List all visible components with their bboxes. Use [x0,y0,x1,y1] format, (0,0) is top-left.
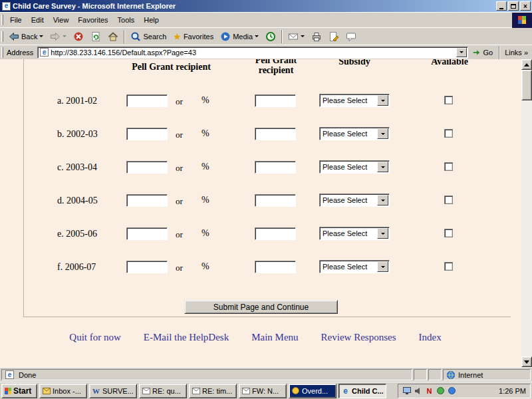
dropdown-arrow-button[interactable] [377,162,388,172]
links-label: Links [505,49,522,57]
row-label: b. 2002-03 [57,129,100,140]
favorites-label: Favorites [184,33,213,41]
back-button[interactable]: Back [5,29,47,45]
scroll-up-button[interactable] [521,59,532,70]
available-checkbox-f[interactable] [444,262,453,271]
taskbar-button-inbox[interactable]: Inbox -... [39,384,87,398]
available-checkbox-a[interactable] [444,96,453,104]
go-button[interactable]: Go [468,46,497,59]
pell-number-input-f[interactable] [255,261,296,273]
row-label: d. 2004-05 [57,196,100,206]
start-button[interactable]: Start [1,384,37,398]
pell-percent-input-c[interactable] [126,161,168,174]
form-rows: a. 2001-02 or % Please Select b. 2002-03… [0,84,511,284]
available-checkbox-d[interactable] [444,196,453,204]
submit-button[interactable]: Submit Page and Continue [184,300,338,314]
pell-percent-input-d[interactable] [126,194,168,207]
scroll-down-button[interactable] [521,356,532,367]
vertical-scrollbar[interactable] [521,59,532,367]
index-link[interactable]: Index [418,332,441,343]
review-responses-link[interactable]: Review Responses [321,332,396,343]
pell-percent-input-b[interactable] [126,128,168,140]
pell-number-input-d[interactable] [255,194,296,207]
taskbar-clock[interactable]: 1:26 PM [499,387,526,395]
status-panel-blank [428,369,442,380]
menu-edit[interactable]: Edit [27,13,49,27]
close-button[interactable]: × [520,1,531,11]
forward-button[interactable] [47,29,70,45]
addressbar: Address e http://38.233.146.156/Default.… [0,45,532,59]
back-arrow-icon [9,31,19,42]
stop-button[interactable] [70,29,87,45]
pell-number-input-a[interactable] [255,94,296,107]
scrollbar-thumb[interactable] [521,70,532,100]
menu-tools[interactable]: Tools [113,13,140,27]
taskbar-button-email-2[interactable]: RE: tim... [189,384,237,398]
or-label: or [176,229,183,240]
pell-number-input-c[interactable] [255,161,296,174]
pell-number-input-e[interactable] [255,227,296,240]
address-dropdown-button[interactable] [456,48,467,57]
addressbar-grip[interactable] [1,47,3,58]
menu-file[interactable]: File [5,13,27,27]
edit-button[interactable] [325,29,342,45]
subsidy-select-a[interactable]: Please Select [319,94,390,107]
pell-percent-input-a[interactable] [126,94,168,107]
search-icon [130,31,141,42]
home-button[interactable] [104,29,122,45]
taskbar-button-email-3[interactable]: FW: N... [239,384,287,398]
subsidy-select-b[interactable]: Please Select [319,127,390,140]
dropdown-arrow-button[interactable] [377,228,388,239]
address-input[interactable]: e http://38.233.146.156/Default.aspx?Pag… [37,47,467,59]
network-tray-icon[interactable] [448,386,456,395]
menu-favorites[interactable]: Favorites [73,13,112,27]
toolbar-grip[interactable] [1,31,3,42]
pell-percent-input-e[interactable] [126,227,168,240]
mail-button[interactable] [285,29,308,45]
window-title: Child Care Survey - Microsoft Internet E… [13,2,176,10]
subsidy-select-c[interactable]: Please Select [319,160,390,174]
pell-number-input-b[interactable] [255,128,296,140]
display-tray-icon[interactable] [402,386,411,395]
taskbar-button-overdue-flashing[interactable]: Overd... [289,384,336,398]
available-checkbox-c[interactable] [444,162,453,171]
dropdown-arrow-button[interactable] [377,128,388,139]
taskbar-button-child-care-survey-active[interactable]: e Child C... [338,384,386,398]
liveupdate-tray-icon[interactable] [436,386,445,395]
menubar: File Edit View Favorites Tools Help [0,12,532,27]
helpdesk-link[interactable]: E-Mail the HelpDesk [144,332,229,343]
main-menu-link[interactable]: Main Menu [251,332,298,343]
taskbar-button-email-1[interactable]: RE: qu... [139,384,187,398]
subsidy-select-e[interactable]: Please Select [319,227,390,240]
forward-arrow-icon [50,31,61,42]
pell-percent-input-f[interactable] [126,261,168,273]
or-label: or [176,196,183,207]
available-checkbox-b[interactable] [444,129,453,138]
media-button[interactable]: Media [217,29,262,45]
refresh-button[interactable] [87,29,104,45]
restore-button[interactable] [508,1,519,11]
column-header-subsidy: Subsidy [319,59,390,66]
subsidy-select-f[interactable]: Please Select [319,260,390,273]
menubar-grip[interactable] [1,15,3,25]
favorites-star-icon: ★ [173,32,182,41]
minimize-button[interactable] [496,1,507,11]
favorites-button[interactable]: ★ Favorites [170,29,217,45]
dropdown-arrow-button[interactable] [377,95,388,106]
taskbar-button-word-doc[interactable]: W SURVE... [89,384,137,398]
subsidy-select-d[interactable]: Please Select [319,194,390,207]
available-checkbox-e[interactable] [444,229,453,237]
volume-tray-icon[interactable] [414,386,422,395]
search-button[interactable]: Search [127,29,170,45]
history-button[interactable] [262,29,279,45]
mail-message-icon [192,387,200,395]
quit-link[interactable]: Quit for now [69,332,121,343]
dropdown-arrow-button[interactable] [377,261,388,272]
print-button[interactable] [308,29,325,45]
menu-help[interactable]: Help [139,13,164,27]
discuss-button[interactable] [342,29,360,45]
menu-view[interactable]: View [49,13,74,27]
links-toolbar[interactable]: Links » [502,49,531,57]
norton-antivirus-tray-icon[interactable]: N [425,386,434,395]
dropdown-arrow-button[interactable] [377,195,388,205]
